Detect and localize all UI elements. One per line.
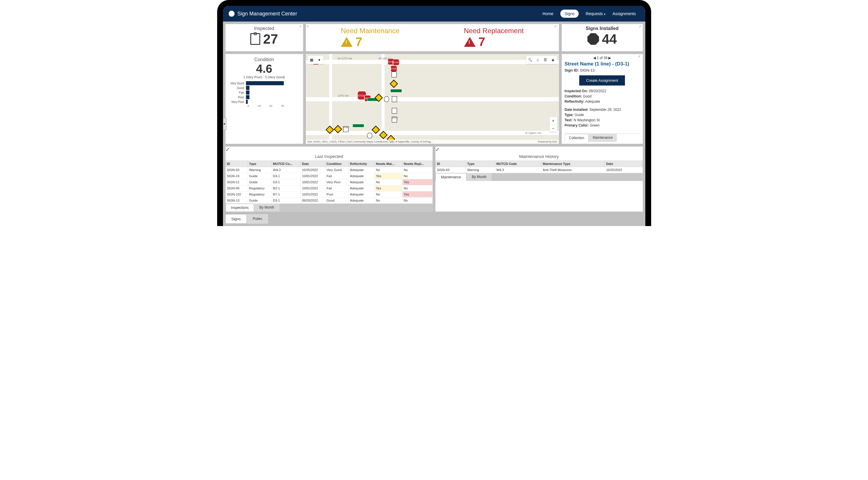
detail-title: Street Name (1 line) - (D3-1) xyxy=(565,61,640,67)
last-inspected-table: IDTypeMUTCD Co...DateConditionReflectivi… xyxy=(225,161,433,204)
tab-collection[interactable]: Collection xyxy=(565,134,589,142)
kpi-need-replacement: Need Replacement ! 7 xyxy=(464,27,524,49)
app-logo-icon xyxy=(229,11,235,17)
zoom-out-button[interactable]: − xyxy=(550,125,557,132)
table-row[interactable]: SIGN-93WarningW4-310/25/2022Very GoodAde… xyxy=(225,167,433,173)
last-inspected-title: Last Inspected xyxy=(225,152,433,161)
col-date[interactable]: Date xyxy=(301,161,325,167)
col-id[interactable]: ID xyxy=(225,161,248,167)
tab-signs[interactable]: Signs xyxy=(225,214,247,224)
guide-sign-icon[interactable] xyxy=(390,89,402,93)
col-id[interactable]: ID xyxy=(436,161,466,167)
kpi-installed-label: Signs Installed xyxy=(565,26,640,31)
condition-scale: 1 (Very Poor) - 5 (Very Good) xyxy=(228,75,300,79)
col-refl[interactable]: Reflectivity xyxy=(349,161,375,167)
warning-triangle-icon: ! xyxy=(464,37,476,47)
table-row[interactable]: SIGN-19GuideD3-110/01/2022FairAdequateYe… xyxy=(225,173,433,179)
col-repl[interactable]: Needs Repl... xyxy=(403,161,433,167)
regulatory-sign-icon[interactable] xyxy=(392,71,397,77)
col-date[interactable]: Date xyxy=(605,161,643,167)
pager-prev[interactable]: ◀ xyxy=(593,56,596,60)
expand-icon[interactable]: ⤢ xyxy=(225,147,229,152)
expand-icon[interactable]: ⤢ xyxy=(298,25,303,29)
speed-limit-sign-icon[interactable]: SPEED xyxy=(392,117,397,123)
map-dropdown-button[interactable]: ▾ xyxy=(316,57,323,63)
street-label: W 11Th Ave xyxy=(338,57,352,60)
detail-sign-id: SIGN-13 xyxy=(580,68,595,72)
legend-icon[interactable]: ☰ xyxy=(542,57,549,63)
layers-icon[interactable]: ◈ xyxy=(550,57,557,63)
table-row[interactable]: SIGN-102RegulatoryR7-110/01/2022PoorAdeq… xyxy=(225,191,433,197)
col-type[interactable]: Type xyxy=(248,161,272,167)
tab-maintenance[interactable]: Maintenance xyxy=(589,134,617,142)
last-inspected-panel: ⤢ Last Inspected IDTypeMUTCD Co...DateCo… xyxy=(225,146,433,212)
kpi-installed: ⤢ Signs Installed 44 xyxy=(561,24,643,52)
col-maint[interactable]: Needs Mai... xyxy=(375,161,403,167)
zoom-in-button[interactable]: + xyxy=(550,117,557,125)
maintenance-history-panel: ⤢ Maintenance History IDTypeMUTCD CodeMa… xyxy=(435,146,643,212)
col-mutcd[interactable]: MUTCD Code xyxy=(495,161,542,167)
kpi-inspected-label: Inspected xyxy=(228,26,300,31)
map-zoom: + − xyxy=(550,117,557,132)
maintenance-history-title: Maintenance History xyxy=(435,152,643,161)
table-row[interactable]: SIGN-12GuideD3-110/01/2022Very PoorAdequ… xyxy=(225,179,433,185)
tab-by-month[interactable]: By Month xyxy=(467,173,492,181)
clipboard-icon xyxy=(250,33,260,45)
table-row[interactable]: SIGN-13GuideD3-109/20/2022GoodAdequateNo… xyxy=(225,197,433,204)
guide-sign-icon[interactable] xyxy=(352,124,364,127)
kpi-installed-value: 44 xyxy=(602,31,617,47)
table-row[interactable]: SIGN-93WarningW4-3Anti-Theft Measures10/… xyxy=(436,167,643,173)
tab-by-month[interactable]: By Month xyxy=(254,204,279,212)
table-row[interactable]: SIGN-99RegulatoryR2-110/01/2022FairAdequ… xyxy=(225,185,433,191)
col-mutcd[interactable]: MUTCD Co... xyxy=(272,161,301,167)
nav-signs[interactable]: Signs xyxy=(560,9,579,18)
no-parking-sign-icon[interactable] xyxy=(392,108,397,114)
kpi-need-maintenance: Need Maintenance ! 7 xyxy=(341,27,399,49)
map-basemap-button[interactable]: ▦ xyxy=(308,57,315,63)
speed-limit-sign-icon[interactable]: SPEED xyxy=(343,126,348,132)
maintenance-history-table: IDTypeMUTCD CodeMaintenance TypeDate SIG… xyxy=(435,161,643,173)
search-icon[interactable]: 🔍 xyxy=(527,57,534,63)
kpi-inspected: ⤢ Inspected 27 xyxy=(225,24,303,52)
nav-home[interactable]: Home xyxy=(542,11,553,16)
detail-pager: ◀ 1 of 39 ▶ xyxy=(565,56,640,60)
condition-label: Condition xyxy=(228,57,300,62)
map-toolbar: ▦ ▾ xyxy=(308,56,323,64)
pager-next[interactable]: ▶ xyxy=(608,56,611,60)
no-entry-sign-icon[interactable] xyxy=(384,96,389,102)
kpi-alerts: ⤡ ⤢ Need Maintenance ! 7 Need Replacemen… xyxy=(306,24,559,52)
col-type[interactable]: Type xyxy=(466,161,495,167)
nav-requests[interactable]: Requests xyxy=(586,11,606,16)
no-turn-sign-icon[interactable] xyxy=(367,133,372,138)
top-nav: Sign Management Center Home Signs Reques… xyxy=(223,6,645,22)
app-title: Sign Management Center xyxy=(238,11,297,17)
warning-diamond-icon[interactable] xyxy=(390,80,398,88)
map-attribution: Esri, NASA, NGA, USGS, FEMA | Esri Commu… xyxy=(306,140,559,144)
map-panel[interactable]: W 11Th Ave W 11th Ave 10Th Ave W Ogden A… xyxy=(306,54,559,144)
create-assignment-button[interactable]: Create Assignment xyxy=(579,75,625,86)
col-cond[interactable]: Condition xyxy=(325,161,348,167)
home-icon[interactable]: ⌂ xyxy=(534,57,541,63)
nav-assignments[interactable]: Assignments xyxy=(613,11,636,16)
condition-panel: Condition 4.6 1 (Very Poor) - 5 (Very Go… xyxy=(225,54,303,144)
sidebar-expand-handle[interactable]: ▶ xyxy=(223,118,226,130)
condition-score: 4.6 xyxy=(228,62,300,75)
tab-maintenance[interactable]: Maintenance xyxy=(435,173,467,181)
expand-icon[interactable]: ⤢ xyxy=(638,25,642,29)
col-mtype[interactable]: Maintenance Type xyxy=(541,161,605,167)
expand-icon[interactable]: ⤢ xyxy=(554,25,558,29)
warning-triangle-icon: ! xyxy=(341,37,352,47)
street-label: 10Th Ave xyxy=(338,94,349,97)
map-tools: 🔍 ⌂ ☰ ◈ xyxy=(526,56,557,64)
stop-sign-icon[interactable]: STOP xyxy=(390,65,397,72)
tab-poles[interactable]: Poles xyxy=(247,214,268,224)
expand-icon[interactable]: ⤢ xyxy=(638,55,642,59)
no-parking-sign-icon[interactable] xyxy=(392,96,397,102)
tab-inspections[interactable]: Inspections xyxy=(225,204,254,212)
sign-detail-panel: ⤢ ◀ 1 of 39 ▶ Street Name (1 line) - (D3… xyxy=(561,54,643,144)
kpi-inspected-value: 27 xyxy=(263,31,278,47)
expand-icon[interactable]: ⤢ xyxy=(435,147,439,152)
expand-icon[interactable]: ⤡ xyxy=(307,25,311,29)
street-label: W Ogden Ave xyxy=(525,131,541,134)
octagon-sign-icon xyxy=(587,33,599,45)
